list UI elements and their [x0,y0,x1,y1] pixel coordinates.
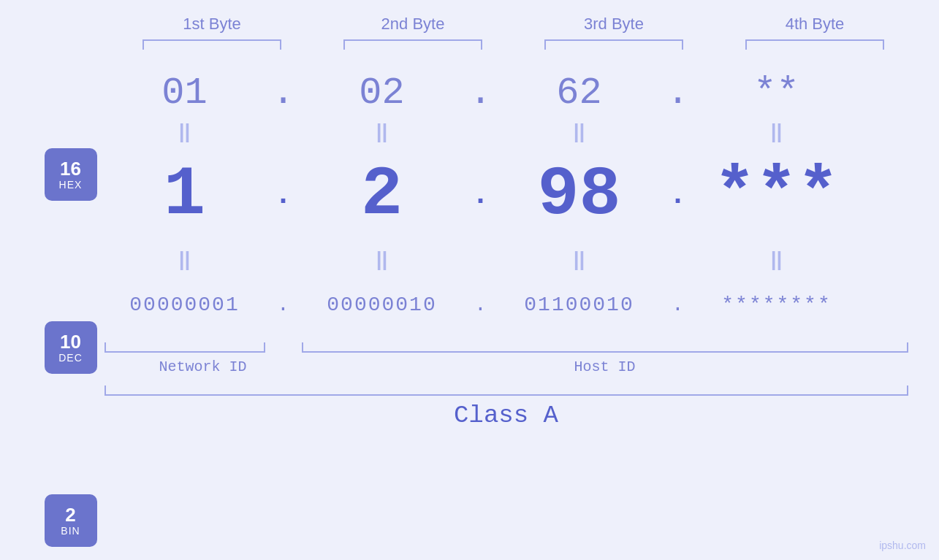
main-grid: 16 HEX 10 DEC 2 BIN 01 . [9,72,930,547]
hex-cell-1: 01 [104,72,265,115]
bracket-top-3 [544,39,683,50]
hex-cell-4: ** [696,72,857,115]
bracket-top-1 [142,39,281,50]
dec-dot-3: . [660,179,696,212]
class-section: Class A [104,386,908,429]
hex-cell-3: 62 [499,72,660,115]
main-container: 1st Byte 2nd Byte 3rd Byte 4th Byte 16 H… [0,0,939,560]
bin-num: 2 [65,505,75,526]
bin-val-3: 01100010 [524,294,634,316]
bin-val-2: 00000010 [327,294,436,316]
bin-val-1: 00000001 [129,294,239,316]
bin-dot-1: . [265,294,302,316]
id-labels: Network ID Host ID [104,358,908,375]
hex-dot-1: . [265,72,302,115]
eq2-cell-2: || [302,248,463,271]
dec-cell-1: 1 [104,156,265,234]
bracket-bottom-host [302,342,908,353]
dec-name: DEC [58,352,83,364]
byte-header-3: 3rd Byte [533,15,694,34]
bin-val-4: ******** [721,294,831,316]
hex-val-4: ** [753,72,799,115]
dec-val-2: 2 [361,156,403,234]
equals-row-2: || || || || [104,242,908,275]
top-brackets [112,39,916,50]
hex-dot-2: . [463,72,499,115]
bracket-bottom-network [104,342,265,353]
bin-cell-2: 00000010 [302,294,463,316]
hex-dot-3: . [660,72,696,115]
eq-cell-4: || [696,120,857,143]
hex-num: 16 [60,158,81,180]
dec-dot-2: . [463,179,499,212]
eq2-cell-4: || [696,248,857,271]
dec-val-3: 98 [537,156,620,234]
hex-cell-2: 02 [302,72,463,115]
bin-dot-3: . [660,294,696,316]
bottom-brackets [104,337,908,353]
dec-cell-3: 98 [499,156,660,234]
eq-cell-2: || [302,120,463,143]
byte-header-1: 1st Byte [132,15,292,34]
byte-headers-row: 1st Byte 2nd Byte 3rd Byte 4th Byte [112,15,916,34]
dec-num: 10 [60,331,81,353]
dec-cell-4: *** [696,156,857,234]
network-id-label: Network ID [104,358,302,375]
dec-row: 1 . 2 . 98 . *** [104,147,908,242]
data-area: 01 . 02 . 62 . ** [104,72,930,429]
equals-row-1: || || || || [104,115,908,147]
hex-val-2: 02 [359,72,404,115]
dec-val-4: *** [714,156,839,234]
bin-row: 00000001 . 00000010 . 01100010 . [104,275,908,334]
byte-header-2: 2nd Byte [332,15,493,34]
hex-name: HEX [59,179,83,191]
hex-badge: 16 HEX [45,148,97,201]
eq2-cell-1: || [104,248,265,271]
eq2-cell-3: || [499,248,660,271]
bin-badge: 2 BIN [45,494,97,547]
watermark: ipshu.com [879,540,926,551]
class-bracket [104,386,908,396]
bracket-top-2 [343,39,482,50]
host-id-label: Host ID [302,358,908,375]
bin-dot-2: . [463,294,499,316]
byte-header-4: 4th Byte [734,15,895,34]
hex-row: 01 . 02 . 62 . ** [104,72,908,115]
eq-cell-3: || [499,120,660,143]
bin-cell-3: 01100010 [499,294,660,316]
bin-name: BIN [61,525,80,537]
class-label: Class A [104,402,908,429]
base-labels-column: 16 HEX 10 DEC 2 BIN [9,72,104,547]
hex-val-3: 62 [556,72,601,115]
dec-badge: 10 DEC [45,321,97,374]
bin-cell-1: 00000001 [104,294,265,316]
hex-val-1: 01 [161,72,207,115]
eq-cell-1: || [104,120,265,143]
dec-cell-2: 2 [302,156,463,234]
dec-val-1: 1 [164,156,205,234]
bin-cell-4: ******** [696,294,857,316]
bracket-top-4 [745,39,884,50]
dec-dot-1: . [265,179,302,212]
